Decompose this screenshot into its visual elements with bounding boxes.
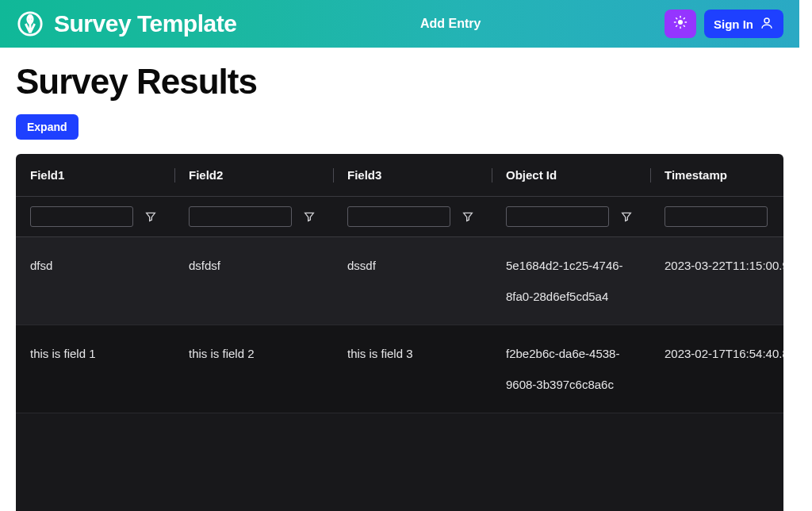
page-title: Survey Results (16, 62, 783, 102)
table-row: this is field 1 this is field 2 this is … (16, 325, 783, 413)
cell-field2: dsfdsf (174, 237, 333, 325)
sign-in-button[interactable]: Sign In (704, 10, 783, 38)
svg-point-10 (764, 18, 769, 23)
nav: Add Entry (236, 17, 665, 31)
svg-line-7 (684, 25, 684, 26)
cell-object-id: f2be2b6c-da6e-4538-9608-3b397c6c8a6c (492, 325, 650, 413)
nav-add-entry[interactable]: Add Entry (420, 17, 481, 31)
svg-point-1 (678, 20, 683, 25)
col-header-object-id[interactable]: Object Id (492, 154, 650, 197)
topbar: Survey Template Add Entry (0, 0, 799, 48)
logo-icon (16, 10, 44, 38)
filter-input-field2[interactable] (189, 206, 292, 227)
cell-field2: this is field 2 (174, 325, 333, 413)
table-filter-row (16, 197, 783, 237)
expand-button[interactable]: Expand (16, 114, 79, 140)
col-header-timestamp[interactable]: Timestamp (650, 154, 783, 197)
theme-toggle-button[interactable] (665, 10, 696, 38)
filter-icon[interactable] (303, 210, 316, 223)
cell-timestamp: 2023-03-22T11:15:00.94189 (650, 237, 783, 325)
svg-line-6 (676, 18, 677, 19)
sun-icon (673, 15, 688, 33)
brand: Survey Template (16, 10, 236, 38)
filter-input-object-id[interactable] (506, 206, 609, 227)
results-table[interactable]: Field1 Field2 Field3 Object Id Timestamp (16, 154, 783, 511)
filter-icon[interactable] (620, 210, 633, 223)
filter-input-field1[interactable] (30, 206, 133, 227)
filter-input-field3[interactable] (347, 206, 450, 227)
filter-input-timestamp[interactable] (665, 206, 768, 227)
table-row: dfsd dsfdsf dssdf 5e1684d2-1c25-4746-8fa… (16, 237, 783, 325)
filter-icon[interactable] (462, 210, 474, 223)
header-actions: Sign In (665, 10, 783, 38)
cell-field3: dssdf (333, 237, 492, 325)
cell-field1: this is field 1 (16, 325, 174, 413)
svg-line-8 (676, 25, 677, 26)
sign-in-label: Sign In (714, 17, 753, 31)
col-header-field1[interactable]: Field1 (16, 154, 174, 197)
cell-object-id: 5e1684d2-1c25-4746-8fa0-28d6ef5cd5a4 (492, 237, 650, 325)
svg-line-9 (684, 18, 684, 19)
cell-field3: this is field 3 (333, 325, 492, 413)
user-icon (760, 16, 774, 33)
col-header-field2[interactable]: Field2 (174, 154, 333, 197)
cell-timestamp: 2023-02-17T16:54:40.828134 (650, 325, 783, 413)
col-header-field3[interactable]: Field3 (333, 154, 492, 197)
cell-field1: dfsd (16, 237, 174, 325)
filter-icon[interactable] (144, 210, 157, 223)
app-title: Survey Template (54, 10, 236, 37)
table-header-row: Field1 Field2 Field3 Object Id Timestamp (16, 154, 783, 197)
content: Survey Results Expand Field1 Field2 Fiel… (0, 48, 799, 511)
